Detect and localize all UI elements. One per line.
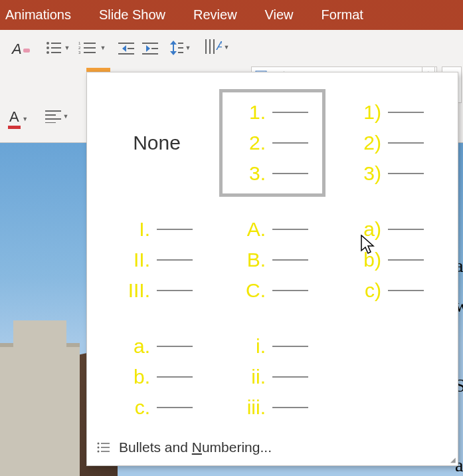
svg-text:2: 2 (78, 46, 81, 50)
decrease-indent-icon (118, 42, 134, 55)
svg-marker-13 (122, 45, 126, 52)
align-left-button[interactable]: ▼ (45, 110, 69, 123)
numbering-option-upper-alpha[interactable]: A. B. C. (215, 201, 330, 318)
svg-text:A: A (216, 39, 222, 53)
bullets-icon (45, 41, 62, 55)
chevron-down-icon: ▼ (62, 113, 69, 120)
numbering-option-lower-alpha-paren[interactable]: a) b) c) (330, 201, 446, 318)
svg-point-5 (46, 51, 49, 54)
chevron-down-icon: ▼ (223, 44, 230, 51)
bullets-and-numbering-menu-item[interactable]: Bullets and Numbering... (87, 429, 458, 465)
svg-point-55 (98, 450, 100, 452)
none-label: None (133, 132, 181, 154)
numbering-dropdown: None 1. 2. 3. 1) 2) 3) I. II. III. A. B.… (86, 72, 458, 466)
tab-slideshow[interactable]: Slide Show (99, 7, 165, 23)
decrease-indent-button[interactable] (118, 42, 134, 58)
numbering-option-upper-roman[interactable]: I. II. III. (99, 201, 215, 318)
text-direction-icon: A (203, 38, 222, 57)
svg-point-53 (98, 446, 100, 448)
svg-rect-0 (23, 49, 30, 53)
font-color-icon: A (8, 108, 21, 129)
svg-text:3: 3 (78, 51, 81, 55)
eraser-icon (22, 45, 31, 54)
bullets-split-button[interactable]: ▼ (45, 41, 70, 55)
numbering-option-decimal-paren[interactable]: 1) 2) 3) (330, 84, 446, 201)
line-spacing-icon (170, 41, 183, 55)
svg-point-1 (46, 42, 49, 45)
numbering-option-lower-alpha[interactable]: a. b. c. (99, 318, 215, 435)
tab-view[interactable]: View (265, 7, 294, 23)
chevron-down-icon: ▼ (100, 45, 106, 51)
numbering-option-decimal-period[interactable]: 1. 2. 3. (215, 84, 330, 201)
clear-formatting-button[interactable]: A (12, 41, 31, 58)
increase-indent-button[interactable] (142, 42, 158, 58)
chevron-down-icon: ▼ (22, 116, 29, 122)
numbering-option-lower-roman[interactable]: i. ii. iii. (215, 318, 330, 435)
numbering-options-grid: None 1. 2. 3. 1) 2) 3) I. II. III. A. B.… (87, 72, 458, 435)
clear-formatting-icon: A (12, 41, 22, 58)
align-left-icon (45, 110, 61, 123)
chevron-down-icon: ▼ (185, 45, 191, 51)
bullets-and-numbering-label: Bullets and Numbering... (119, 439, 272, 455)
tab-format[interactable]: Format (322, 7, 363, 23)
resize-grip-icon[interactable]: ◢ (450, 456, 456, 463)
bullets-numbering-icon (96, 441, 111, 453)
increase-indent-icon (142, 42, 158, 55)
numbering-icon: 1 2 3 (78, 41, 98, 55)
text-direction-button[interactable]: A ▼ (203, 38, 230, 57)
ribbon-tabs: Animations Slide Show Review View Format (0, 0, 463, 30)
svg-marker-17 (146, 45, 150, 52)
tab-animations[interactable]: Animations (5, 7, 71, 23)
numbering-split-button[interactable]: 1 2 3 ▼ (78, 41, 106, 55)
svg-text:1: 1 (78, 41, 81, 45)
tab-review[interactable]: Review (193, 7, 237, 23)
font-color-button[interactable]: A ▼ (8, 108, 29, 129)
line-spacing-button[interactable]: ▼ (170, 41, 191, 55)
numbering-option-none[interactable]: None (99, 84, 215, 201)
chevron-down-icon: ▼ (64, 45, 70, 51)
svg-point-3 (46, 47, 49, 49)
background-building (0, 343, 80, 476)
svg-point-51 (98, 442, 100, 444)
